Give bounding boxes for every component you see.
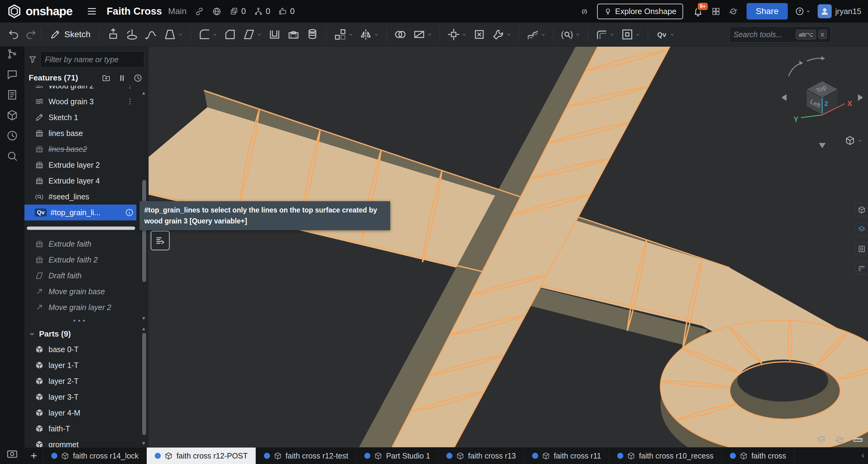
tool-boolean-button[interactable] xyxy=(391,25,410,43)
history-panel-button[interactable] xyxy=(6,130,18,142)
suspend-regeneration-icon[interactable] xyxy=(118,73,127,82)
tab-scroll-left-button[interactable] xyxy=(858,448,868,464)
comments-panel-button[interactable] xyxy=(6,68,18,80)
features-scroll-down[interactable]: ▼ xyxy=(141,316,146,321)
filter-input[interactable] xyxy=(40,51,144,68)
doc-tab[interactable]: faith cross r14_lock xyxy=(43,448,147,464)
rotate-right-arrow[interactable] xyxy=(858,94,863,101)
parts-scroll-up[interactable]: ▲ xyxy=(141,326,146,331)
tool-sheetmetal-button[interactable] xyxy=(592,25,618,43)
hamburger-menu-icon[interactable] xyxy=(86,6,97,17)
add-tab-button[interactable] xyxy=(24,448,43,464)
appearance-button[interactable] xyxy=(855,223,868,236)
parts-scrollbar-thumb[interactable] xyxy=(142,333,146,435)
versions-panel-button[interactable] xyxy=(6,48,18,60)
part-model[interactable] xyxy=(149,46,868,448)
onshape-logo[interactable] xyxy=(7,4,22,19)
doc-tab[interactable]: faith cross r11 xyxy=(524,448,609,464)
tool-shell-button[interactable] xyxy=(265,25,284,43)
tool-mirror-button[interactable] xyxy=(356,25,382,43)
tool-extrude-button[interactable] xyxy=(104,25,123,43)
feature-row[interactable]: Move grain base xyxy=(24,284,136,299)
share-button[interactable]: Share xyxy=(747,3,788,20)
tool-draft-button[interactable] xyxy=(240,25,265,43)
feature-row[interactable]: Wood grain 2 xyxy=(24,86,136,94)
graphics-viewport[interactable]: Top Left X Y Z xyxy=(149,46,868,448)
part-row[interactable]: grommet xyxy=(24,437,136,448)
tool-sweep-button[interactable] xyxy=(142,25,160,43)
configurations-button[interactable] xyxy=(855,262,868,275)
explore-onshape-button[interactable]: Explore Onshape xyxy=(597,4,683,19)
section-view-button[interactable] xyxy=(816,435,827,445)
redo-button[interactable] xyxy=(25,29,37,40)
new-folder-icon[interactable] xyxy=(102,73,111,82)
rotate-left-arrow[interactable] xyxy=(781,94,786,101)
workspace-name[interactable]: Main xyxy=(168,6,187,16)
tool-transform-button[interactable] xyxy=(444,25,470,43)
featurescript-braces-icon[interactable]: {/} xyxy=(580,7,589,16)
tool-hole-button[interactable] xyxy=(284,25,303,43)
orbit-arrow-left[interactable] xyxy=(789,63,803,76)
filter-funnel-icon[interactable] xyxy=(28,55,37,64)
rollback-history-icon[interactable] xyxy=(133,73,143,82)
feature-row[interactable]: Extrude faith 2 xyxy=(24,252,136,268)
named-views-button[interactable] xyxy=(855,242,868,255)
tool-revolve-button[interactable] xyxy=(123,25,142,43)
parts-scroll-down[interactable]: ▼ xyxy=(141,441,146,445)
view-settings-button[interactable] xyxy=(834,435,845,445)
notes-panel-button[interactable] xyxy=(6,89,18,101)
feature-row[interactable]: Extrude layer 2 xyxy=(24,157,136,173)
user-avatar[interactable] xyxy=(818,4,832,18)
part-row[interactable]: base 0-T xyxy=(24,341,136,357)
rollback-flyout-button[interactable] xyxy=(151,231,169,250)
feature-row[interactable]: Extrude faith xyxy=(24,236,136,252)
likes-count[interactable]: 0 xyxy=(278,7,295,16)
part-row[interactable]: faith-T xyxy=(24,421,136,437)
tool-frame-button[interactable] xyxy=(618,25,644,43)
feature-row[interactable]: Move grain layer 2 xyxy=(24,299,136,315)
features-scroll-up[interactable]: ▲ xyxy=(141,91,146,95)
display-options-button[interactable] xyxy=(855,203,868,216)
tool-thread-button[interactable] xyxy=(303,25,322,43)
tool-chamfer-button[interactable] xyxy=(221,25,240,43)
help-menu-button[interactable]: ? xyxy=(795,7,811,16)
measure-button[interactable] xyxy=(853,435,863,445)
doc-tab[interactable]: faith cross r10_recess xyxy=(609,448,722,464)
share-link-icon[interactable] xyxy=(195,7,204,16)
part-row[interactable]: layer 2-T xyxy=(24,373,136,389)
part-row[interactable]: layer 3-T xyxy=(24,389,136,405)
feature-row[interactable]: Draft faith xyxy=(24,268,136,284)
feature-row[interactable]: ()#seed_lines xyxy=(24,189,136,205)
tool-qv-button[interactable]: Qv xyxy=(652,25,678,43)
sketch-button[interactable]: Sketch xyxy=(45,27,95,42)
featurescript-panel-button[interactable] xyxy=(6,109,18,121)
doc-tab[interactable]: faith cross r12-POST xyxy=(147,448,256,464)
search-panel-button[interactable] xyxy=(6,150,18,162)
rotate-down-arrow[interactable] xyxy=(819,143,826,148)
part-row[interactable]: layer 4-M xyxy=(24,405,136,421)
doc-tab[interactable]: Part Studio 1 xyxy=(356,448,438,464)
tool-modify-button[interactable] xyxy=(489,25,515,43)
tool-loft-button[interactable] xyxy=(160,25,186,43)
feature-row[interactable]: Wood grain 3 xyxy=(24,94,136,109)
feature-row[interactable]: Extrude layer 4 xyxy=(24,173,136,189)
tool-query-button[interactable]: () xyxy=(558,25,583,43)
tool-split-button[interactable] xyxy=(410,25,435,43)
tool-pattern-button[interactable] xyxy=(331,25,356,43)
notifications-button[interactable]: 9+ xyxy=(693,6,703,16)
feature-row[interactable]: lines base2 xyxy=(24,141,136,157)
parts-header[interactable]: Parts (9) xyxy=(24,326,149,341)
rollback-bar[interactable] xyxy=(27,227,135,230)
features-scrollbar-thumb[interactable] xyxy=(142,180,146,282)
doc-tab[interactable]: faith cross r13 xyxy=(438,448,524,464)
undo-button[interactable] xyxy=(8,29,20,40)
feature-row[interactable]: Qv#top_grain_li... xyxy=(24,205,136,221)
doc-tab[interactable]: faith cross r12-test xyxy=(256,448,356,464)
tool-surface-button[interactable] xyxy=(523,25,549,43)
part-row[interactable]: layer 1-T xyxy=(24,357,136,373)
tool-deleteface-button[interactable] xyxy=(470,25,489,43)
feature-row[interactable]: lines base xyxy=(24,125,136,141)
feature-row[interactable]: Sketch 1 xyxy=(24,109,136,125)
forks-count[interactable]: 0 xyxy=(254,7,270,16)
view-options-button[interactable] xyxy=(845,135,863,146)
